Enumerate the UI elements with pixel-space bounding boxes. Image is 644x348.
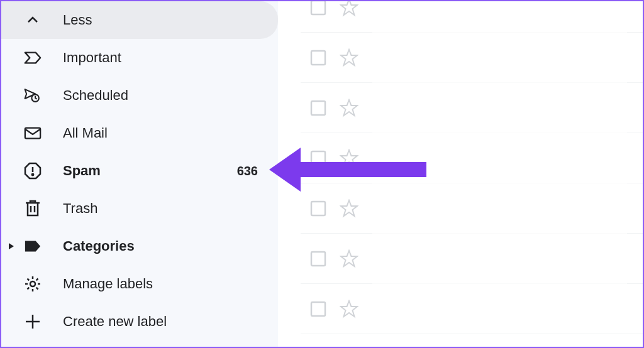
email-row[interactable] [301,234,643,284]
svg-marker-7 [9,243,14,249]
spam-icon [24,162,42,180]
email-row[interactable] [301,133,643,183]
plus-icon [24,313,42,330]
sidebar-item-label: Less [63,12,258,28]
scheduled-icon [24,87,42,104]
svg-marker-18 [341,150,357,166]
svg-rect-11 [311,1,325,14]
sidebar-item-manage-labels[interactable]: Manage labels [1,265,278,303]
sidebar-item-count: 636 [237,164,258,178]
sidebar-item-create-label[interactable]: Create new label [1,303,278,340]
sidebar-item-label: Spam [63,163,237,179]
sidebar-item-label: Trash [63,200,258,217]
checkbox-icon[interactable] [309,49,327,67]
email-row[interactable] [301,33,643,83]
sidebar-item-trash[interactable]: Trash [1,190,278,227]
checkbox-icon[interactable] [309,150,327,167]
svg-marker-24 [341,301,357,317]
svg-rect-13 [311,51,325,65]
svg-rect-21 [311,252,325,266]
checkbox-icon[interactable] [309,300,327,318]
svg-marker-12 [341,0,357,15]
sidebar-item-label: Create new label [63,313,258,330]
trash-icon [24,200,42,217]
checkbox-icon[interactable] [309,99,327,117]
email-row[interactable] [301,334,643,348]
star-icon[interactable] [340,0,358,17]
svg-point-4 [32,174,33,175]
email-list [301,1,643,347]
svg-point-8 [30,281,35,286]
svg-rect-17 [311,151,325,165]
email-row[interactable] [301,0,643,33]
sidebar-item-important[interactable]: Important [1,39,278,77]
svg-marker-22 [341,251,357,266]
svg-rect-23 [311,302,325,316]
star-icon[interactable] [340,199,358,218]
sidebar-item-label: Scheduled [63,87,258,104]
sidebar-item-label: Important [63,50,258,66]
star-icon[interactable] [340,149,358,168]
email-row[interactable] [301,183,643,234]
checkbox-icon[interactable] [309,250,327,268]
all-mail-icon [24,124,42,142]
email-row[interactable] [301,284,643,334]
sidebar: Less Important Scheduled All Mail Spam 6… [1,1,278,347]
sidebar-item-all-mail[interactable]: All Mail [1,114,278,152]
label-icon [24,237,42,255]
sidebar-item-label: Categories [63,238,258,254]
star-icon[interactable] [340,300,358,318]
checkbox-icon[interactable] [309,0,327,16]
star-icon[interactable] [340,249,358,268]
sidebar-item-spam[interactable]: Spam 636 [1,152,278,190]
svg-marker-16 [341,100,357,116]
sidebar-item-categories[interactable]: Categories [1,227,278,265]
sidebar-item-label: Manage labels [63,276,258,292]
svg-rect-19 [311,202,325,215]
star-icon[interactable] [340,99,358,117]
sidebar-item-label: All Mail [63,125,258,141]
sidebar-item-less[interactable]: Less [1,1,278,39]
important-icon [24,49,42,67]
svg-marker-14 [341,50,357,65]
email-row[interactable] [301,83,643,133]
svg-rect-15 [311,101,325,115]
gear-icon [24,275,42,293]
star-icon[interactable] [340,48,358,67]
chevron-right-icon [8,242,15,250]
svg-rect-1 [25,128,40,139]
checkbox-icon[interactable] [309,200,327,217]
svg-marker-20 [341,200,357,216]
chevron-up-icon [24,11,42,29]
sidebar-item-scheduled[interactable]: Scheduled [1,77,278,114]
